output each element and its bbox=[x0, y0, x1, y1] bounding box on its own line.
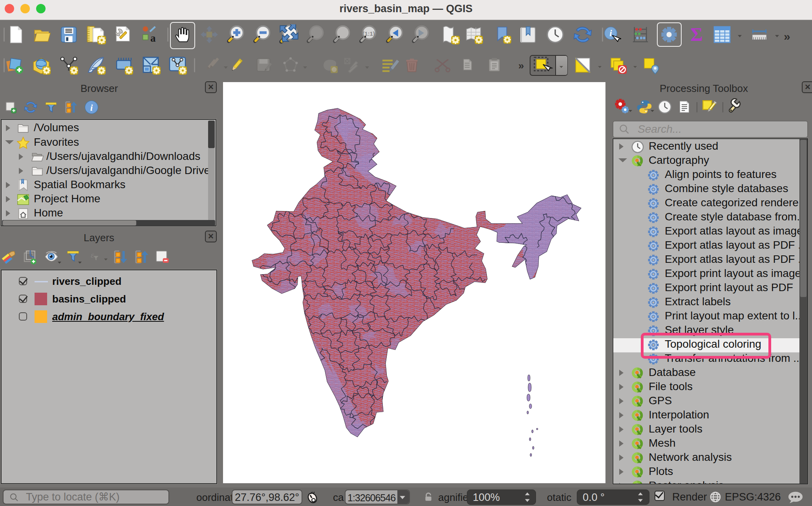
svg-text:ε: ε bbox=[91, 250, 94, 260]
svg-text:a: a bbox=[150, 32, 156, 44]
svg-text:Σ: Σ bbox=[690, 25, 702, 44]
svg-text:i: i bbox=[609, 28, 612, 38]
svg-text:(1:1): (1:1) bbox=[362, 30, 375, 37]
svg-text:i: i bbox=[90, 103, 93, 113]
